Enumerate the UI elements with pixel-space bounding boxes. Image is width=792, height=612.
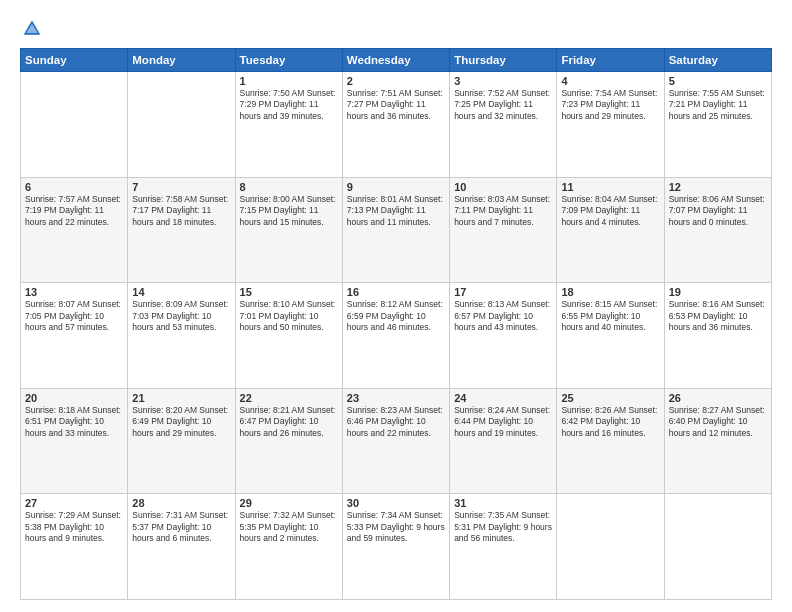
day-number: 22 bbox=[240, 392, 338, 404]
day-number: 21 bbox=[132, 392, 230, 404]
calendar-cell: 30Sunrise: 7:34 AM Sunset: 5:33 PM Dayli… bbox=[342, 494, 449, 600]
calendar-cell: 29Sunrise: 7:32 AM Sunset: 5:35 PM Dayli… bbox=[235, 494, 342, 600]
cell-content: Sunrise: 8:16 AM Sunset: 6:53 PM Dayligh… bbox=[669, 299, 767, 333]
calendar-cell: 20Sunrise: 8:18 AM Sunset: 6:51 PM Dayli… bbox=[21, 388, 128, 494]
week-row-3: 13Sunrise: 8:07 AM Sunset: 7:05 PM Dayli… bbox=[21, 283, 772, 389]
calendar-cell bbox=[21, 72, 128, 178]
day-number: 27 bbox=[25, 497, 123, 509]
day-number: 15 bbox=[240, 286, 338, 298]
day-number: 11 bbox=[561, 181, 659, 193]
day-number: 24 bbox=[454, 392, 552, 404]
calendar-cell: 18Sunrise: 8:15 AM Sunset: 6:55 PM Dayli… bbox=[557, 283, 664, 389]
week-row-2: 6Sunrise: 7:57 AM Sunset: 7:19 PM Daylig… bbox=[21, 177, 772, 283]
cell-content: Sunrise: 8:27 AM Sunset: 6:40 PM Dayligh… bbox=[669, 405, 767, 439]
day-number: 20 bbox=[25, 392, 123, 404]
header bbox=[20, 18, 772, 38]
day-number: 28 bbox=[132, 497, 230, 509]
cell-content: Sunrise: 7:29 AM Sunset: 5:38 PM Dayligh… bbox=[25, 510, 123, 544]
cell-content: Sunrise: 7:50 AM Sunset: 7:29 PM Dayligh… bbox=[240, 88, 338, 122]
cell-content: Sunrise: 7:34 AM Sunset: 5:33 PM Dayligh… bbox=[347, 510, 445, 544]
day-number: 8 bbox=[240, 181, 338, 193]
day-number: 3 bbox=[454, 75, 552, 87]
page: SundayMondayTuesdayWednesdayThursdayFrid… bbox=[0, 0, 792, 612]
calendar-cell: 17Sunrise: 8:13 AM Sunset: 6:57 PM Dayli… bbox=[450, 283, 557, 389]
day-number: 31 bbox=[454, 497, 552, 509]
calendar-cell: 25Sunrise: 8:26 AM Sunset: 6:42 PM Dayli… bbox=[557, 388, 664, 494]
day-number: 14 bbox=[132, 286, 230, 298]
calendar-cell: 10Sunrise: 8:03 AM Sunset: 7:11 PM Dayli… bbox=[450, 177, 557, 283]
calendar-cell: 19Sunrise: 8:16 AM Sunset: 6:53 PM Dayli… bbox=[664, 283, 771, 389]
day-number: 4 bbox=[561, 75, 659, 87]
calendar-cell: 15Sunrise: 8:10 AM Sunset: 7:01 PM Dayli… bbox=[235, 283, 342, 389]
calendar-cell: 7Sunrise: 7:58 AM Sunset: 7:17 PM Daylig… bbox=[128, 177, 235, 283]
cell-content: Sunrise: 7:51 AM Sunset: 7:27 PM Dayligh… bbox=[347, 88, 445, 122]
calendar-cell: 22Sunrise: 8:21 AM Sunset: 6:47 PM Dayli… bbox=[235, 388, 342, 494]
cell-content: Sunrise: 8:23 AM Sunset: 6:46 PM Dayligh… bbox=[347, 405, 445, 439]
weekday-header-sunday: Sunday bbox=[21, 49, 128, 72]
week-row-5: 27Sunrise: 7:29 AM Sunset: 5:38 PM Dayli… bbox=[21, 494, 772, 600]
cell-content: Sunrise: 7:54 AM Sunset: 7:23 PM Dayligh… bbox=[561, 88, 659, 122]
weekday-header-wednesday: Wednesday bbox=[342, 49, 449, 72]
day-number: 17 bbox=[454, 286, 552, 298]
weekday-header-friday: Friday bbox=[557, 49, 664, 72]
weekday-header-saturday: Saturday bbox=[664, 49, 771, 72]
day-number: 16 bbox=[347, 286, 445, 298]
weekday-header-row: SundayMondayTuesdayWednesdayThursdayFrid… bbox=[21, 49, 772, 72]
calendar-cell: 1Sunrise: 7:50 AM Sunset: 7:29 PM Daylig… bbox=[235, 72, 342, 178]
day-number: 30 bbox=[347, 497, 445, 509]
calendar-cell: 24Sunrise: 8:24 AM Sunset: 6:44 PM Dayli… bbox=[450, 388, 557, 494]
cell-content: Sunrise: 8:03 AM Sunset: 7:11 PM Dayligh… bbox=[454, 194, 552, 228]
calendar-table: SundayMondayTuesdayWednesdayThursdayFrid… bbox=[20, 48, 772, 600]
day-number: 18 bbox=[561, 286, 659, 298]
cell-content: Sunrise: 7:55 AM Sunset: 7:21 PM Dayligh… bbox=[669, 88, 767, 122]
logo bbox=[20, 18, 44, 38]
calendar-cell: 2Sunrise: 7:51 AM Sunset: 7:27 PM Daylig… bbox=[342, 72, 449, 178]
cell-content: Sunrise: 8:12 AM Sunset: 6:59 PM Dayligh… bbox=[347, 299, 445, 333]
weekday-header-monday: Monday bbox=[128, 49, 235, 72]
calendar-cell: 14Sunrise: 8:09 AM Sunset: 7:03 PM Dayli… bbox=[128, 283, 235, 389]
cell-content: Sunrise: 8:18 AM Sunset: 6:51 PM Dayligh… bbox=[25, 405, 123, 439]
cell-content: Sunrise: 7:32 AM Sunset: 5:35 PM Dayligh… bbox=[240, 510, 338, 544]
weekday-header-tuesday: Tuesday bbox=[235, 49, 342, 72]
day-number: 23 bbox=[347, 392, 445, 404]
day-number: 29 bbox=[240, 497, 338, 509]
calendar-cell bbox=[128, 72, 235, 178]
cell-content: Sunrise: 8:15 AM Sunset: 6:55 PM Dayligh… bbox=[561, 299, 659, 333]
day-number: 12 bbox=[669, 181, 767, 193]
weekday-header-thursday: Thursday bbox=[450, 49, 557, 72]
cell-content: Sunrise: 7:35 AM Sunset: 5:31 PM Dayligh… bbox=[454, 510, 552, 544]
calendar-cell: 8Sunrise: 8:00 AM Sunset: 7:15 PM Daylig… bbox=[235, 177, 342, 283]
day-number: 26 bbox=[669, 392, 767, 404]
calendar-cell bbox=[557, 494, 664, 600]
calendar-cell: 28Sunrise: 7:31 AM Sunset: 5:37 PM Dayli… bbox=[128, 494, 235, 600]
day-number: 19 bbox=[669, 286, 767, 298]
day-number: 6 bbox=[25, 181, 123, 193]
cell-content: Sunrise: 8:00 AM Sunset: 7:15 PM Dayligh… bbox=[240, 194, 338, 228]
calendar-cell: 9Sunrise: 8:01 AM Sunset: 7:13 PM Daylig… bbox=[342, 177, 449, 283]
calendar-cell: 21Sunrise: 8:20 AM Sunset: 6:49 PM Dayli… bbox=[128, 388, 235, 494]
calendar-cell: 16Sunrise: 8:12 AM Sunset: 6:59 PM Dayli… bbox=[342, 283, 449, 389]
day-number: 9 bbox=[347, 181, 445, 193]
day-number: 13 bbox=[25, 286, 123, 298]
calendar-cell: 11Sunrise: 8:04 AM Sunset: 7:09 PM Dayli… bbox=[557, 177, 664, 283]
cell-content: Sunrise: 8:10 AM Sunset: 7:01 PM Dayligh… bbox=[240, 299, 338, 333]
cell-content: Sunrise: 7:58 AM Sunset: 7:17 PM Dayligh… bbox=[132, 194, 230, 228]
calendar-cell: 4Sunrise: 7:54 AM Sunset: 7:23 PM Daylig… bbox=[557, 72, 664, 178]
day-number: 5 bbox=[669, 75, 767, 87]
calendar-cell: 12Sunrise: 8:06 AM Sunset: 7:07 PM Dayli… bbox=[664, 177, 771, 283]
calendar-cell: 6Sunrise: 7:57 AM Sunset: 7:19 PM Daylig… bbox=[21, 177, 128, 283]
calendar-cell: 26Sunrise: 8:27 AM Sunset: 6:40 PM Dayli… bbox=[664, 388, 771, 494]
cell-content: Sunrise: 8:24 AM Sunset: 6:44 PM Dayligh… bbox=[454, 405, 552, 439]
calendar-cell: 23Sunrise: 8:23 AM Sunset: 6:46 PM Dayli… bbox=[342, 388, 449, 494]
cell-content: Sunrise: 8:01 AM Sunset: 7:13 PM Dayligh… bbox=[347, 194, 445, 228]
cell-content: Sunrise: 8:04 AM Sunset: 7:09 PM Dayligh… bbox=[561, 194, 659, 228]
cell-content: Sunrise: 8:21 AM Sunset: 6:47 PM Dayligh… bbox=[240, 405, 338, 439]
calendar-cell: 27Sunrise: 7:29 AM Sunset: 5:38 PM Dayli… bbox=[21, 494, 128, 600]
day-number: 7 bbox=[132, 181, 230, 193]
cell-content: Sunrise: 8:09 AM Sunset: 7:03 PM Dayligh… bbox=[132, 299, 230, 333]
day-number: 10 bbox=[454, 181, 552, 193]
week-row-1: 1Sunrise: 7:50 AM Sunset: 7:29 PM Daylig… bbox=[21, 72, 772, 178]
day-number: 1 bbox=[240, 75, 338, 87]
calendar-cell: 3Sunrise: 7:52 AM Sunset: 7:25 PM Daylig… bbox=[450, 72, 557, 178]
day-number: 25 bbox=[561, 392, 659, 404]
